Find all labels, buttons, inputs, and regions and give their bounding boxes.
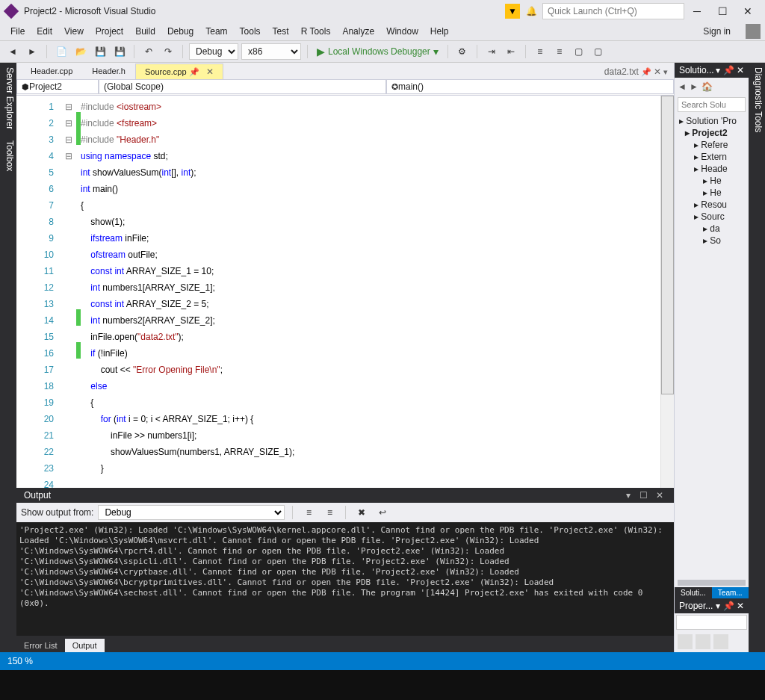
tree-item[interactable]: ▸ Refere	[675, 139, 749, 151]
platform-select[interactable]: x86	[241, 43, 301, 60]
solution-tree[interactable]: ▸ Solution 'Pro▸ Project2▸ Refere▸ Exter…	[675, 114, 749, 578]
tree-item[interactable]: ▸ So	[675, 235, 749, 247]
menu-edit[interactable]: Edit	[31, 25, 58, 38]
output-title: Output	[24, 490, 51, 501]
scope-left[interactable]: (Global Scope)	[99, 79, 386, 94]
save-icon[interactable]: 💾	[92, 43, 108, 60]
output-tool-icon[interactable]: ≡	[321, 504, 338, 521]
uncomment-icon[interactable]: ▢	[590, 43, 607, 60]
output-pane-controls[interactable]: ▾ ☐ ✕	[626, 490, 666, 501]
notifications-icon[interactable]: 🔔	[523, 3, 539, 19]
close-button[interactable]: ✕	[735, 1, 761, 21]
tree-item[interactable]: ▸ He	[675, 187, 749, 199]
nav-fwd-icon[interactable]: ►	[690, 81, 699, 92]
output-tool-icon[interactable]: ≡	[300, 504, 317, 521]
user-icon[interactable]	[746, 24, 761, 39]
menu-test[interactable]: Test	[267, 25, 295, 38]
outdent-icon[interactable]: ≡	[551, 43, 568, 60]
menu-view[interactable]: View	[58, 25, 90, 38]
config-select[interactable]: Debug	[189, 43, 238, 60]
menu-help[interactable]: Help	[424, 25, 455, 38]
menu-tools[interactable]: Tools	[234, 25, 267, 38]
new-project-icon[interactable]: 📄	[53, 43, 69, 60]
minimize-button[interactable]: ─	[684, 1, 710, 21]
toolbar-btn[interactable]: ⚙	[454, 43, 471, 60]
tab-source-cpp[interactable]: Source.cpp 📌 ✕	[135, 64, 223, 79]
status-bar: 150 %	[0, 652, 765, 670]
project-scope[interactable]: ⬢ Project2	[16, 79, 99, 94]
toolbox-tab[interactable]: Toolbox	[4, 140, 15, 171]
menu-file[interactable]: File	[4, 25, 31, 38]
tree-item[interactable]: ▸ da	[675, 223, 749, 235]
open-icon[interactable]: 📂	[72, 43, 89, 60]
menu-window[interactable]: Window	[380, 25, 424, 38]
panel-controls[interactable]: ▾ 📌 ✕	[716, 601, 744, 611]
home-icon[interactable]: 🏠	[701, 81, 713, 92]
overview-ruler[interactable]	[660, 96, 674, 488]
tree-item[interactable]: ▸ Project2	[675, 127, 749, 139]
categorized-icon[interactable]	[678, 634, 693, 649]
left-tool-strip: Server Explorer Toolbox	[0, 63, 16, 652]
menu-team[interactable]: Team	[199, 25, 233, 38]
tab-header-h[interactable]: Header.h	[82, 64, 135, 79]
output-text[interactable]: 'Project2.exe' (Win32): Loaded 'C:\Windo…	[16, 522, 674, 636]
tree-item[interactable]: ▸ Heade	[675, 163, 749, 175]
step-over-icon[interactable]: ⇤	[503, 43, 519, 60]
tree-item[interactable]: ▸ Solution 'Pro	[675, 115, 749, 127]
scope-right[interactable]: ✪ main()	[386, 79, 674, 94]
nav-fwd-icon[interactable]: ►	[24, 43, 40, 60]
nav-bar: ⬢ Project2 (Global Scope) ✪ main()	[16, 79, 674, 96]
team-tab[interactable]: Team...	[712, 587, 749, 598]
output-from-label: Show output from:	[21, 507, 93, 518]
tree-item[interactable]: ▸ Extern	[675, 151, 749, 163]
solution-explorer-title: Solutio...	[679, 65, 714, 75]
maximize-button[interactable]: ☐	[710, 1, 735, 21]
undo-icon[interactable]: ↶	[140, 43, 157, 60]
solution-tab[interactable]: Soluti...	[675, 587, 712, 598]
menu-analyze[interactable]: Analyze	[336, 25, 380, 38]
indent-icon[interactable]: ≡	[532, 43, 548, 60]
tab-output[interactable]: Output	[65, 639, 105, 652]
properties-title: Proper...	[679, 601, 713, 611]
code-editor[interactable]: 1234567891011121314151617181920212223242…	[16, 96, 674, 488]
output-wrap-icon[interactable]: ↩	[374, 504, 391, 521]
panel-controls[interactable]: ▾ 📌 ✕	[716, 65, 744, 75]
diagnostic-tools-tab[interactable]: Diagnostic Tools	[753, 67, 764, 132]
horizontal-scrollbar[interactable]	[678, 580, 746, 586]
quick-launch-input[interactable]	[542, 3, 684, 19]
window-title: Project2 - Microsoft Visual Studio	[24, 6, 505, 16]
tab-error-list[interactable]: Error List	[16, 639, 65, 652]
menu-project[interactable]: Project	[90, 25, 129, 38]
sign-in-link[interactable]: Sign in	[697, 25, 737, 38]
right-tool-strip: Diagnostic Tools	[749, 63, 765, 652]
feedback-icon[interactable]: ▼	[505, 4, 520, 19]
document-tabstrip: Header.cppHeader.hSource.cpp 📌 ✕ data2.t…	[16, 63, 674, 79]
tab-header-cpp[interactable]: Header.cpp	[21, 64, 82, 79]
step-into-icon[interactable]: ⇥	[483, 43, 500, 60]
prop-pages-icon[interactable]	[713, 634, 728, 649]
output-clear-icon[interactable]: ✖	[353, 504, 370, 521]
save-all-icon[interactable]: 💾	[111, 43, 128, 60]
title-bar: Project2 - Microsoft Visual Studio ▼ 🔔 ─…	[0, 0, 765, 22]
tree-item[interactable]: ▸ He	[675, 175, 749, 187]
zoom-level[interactable]: 150 %	[7, 656, 33, 666]
menu-build[interactable]: Build	[129, 25, 161, 38]
redo-icon[interactable]: ↷	[160, 43, 176, 60]
tree-item[interactable]: ▸ Sourc	[675, 211, 749, 223]
server-explorer-tab[interactable]: Server Explorer	[4, 67, 15, 129]
output-from-select[interactable]: Debug	[98, 505, 285, 520]
alphabetical-icon[interactable]	[696, 634, 710, 649]
comment-icon[interactable]: ▢	[571, 43, 587, 60]
nav-back-icon[interactable]: ◄	[4, 43, 21, 60]
properties-object-select[interactable]	[676, 615, 747, 630]
search-solution-input[interactable]	[678, 97, 746, 112]
menu-rtools[interactable]: R Tools	[295, 25, 337, 38]
standard-toolbar: ◄ ► 📄 📂 💾 💾 ↶ ↷ Debug x86 ▶ Local Window…	[0, 40, 765, 63]
tab-data2[interactable]: data2.txt 📌 ✕ ▾	[598, 64, 674, 79]
windows-taskbar	[0, 670, 765, 700]
start-debug-button[interactable]: ▶ Local Windows Debugger ▾	[314, 46, 442, 58]
vs-logo-icon	[4, 4, 19, 19]
menu-debug[interactable]: Debug	[161, 25, 199, 38]
tree-item[interactable]: ▸ Resou	[675, 199, 749, 211]
nav-back-icon[interactable]: ◄	[678, 81, 687, 92]
